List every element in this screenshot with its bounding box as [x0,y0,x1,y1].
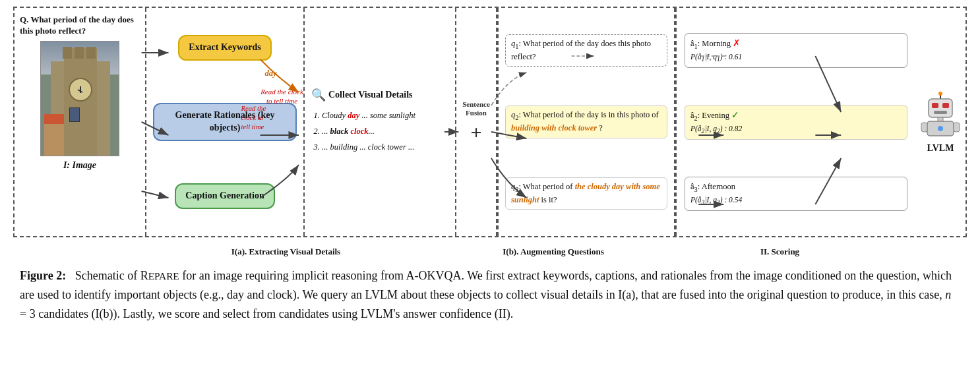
a3-prob: P(â3|I, q3) : 0.54 [690,196,742,204]
collect-item-1: Cloudy day ... some sunlight [322,109,415,122]
panel-fusion: Sentence Fusion + [456,8,496,236]
q1-item: q1: What period of the day does this pho… [505,34,667,67]
repare-label: REPARE [140,269,179,282]
collect-list: Cloudy day ... some sunlight ... black c… [311,109,415,156]
panel-extract: Extract Keywords Generate Rationales (ke… [146,8,305,236]
a2-hat: â2: Evening [690,111,729,120]
a1-box: â1: Morning ✗ P(â1|I, q1) : 0.61 [685,33,907,69]
generate-rationales-box: Generate Rationales (key objects) [153,103,297,141]
diagram: Q. What period of the day does this phot… [13,7,967,237]
section-ia-label: I(a). Extracting Visual Details [148,247,423,257]
svg-rect-10 [954,123,960,132]
question-text: Q. What period of the day does this phot… [20,15,134,36]
extract-keywords-label: Extract Keywords [189,42,260,52]
fusion-plus: + [470,121,481,144]
diagram-wrapper: Q. What period of the day does this phot… [13,7,967,257]
svg-rect-3 [932,103,938,108]
svg-rect-6 [938,117,943,121]
a2-box: â2: Evening ✓ P(â2|I, q2) : 0.82 [685,105,907,140]
image-label: I: Image [63,160,96,171]
q2-highlight: building with clock tower [511,123,597,133]
collect-item-3: ... building ... clock tower ... [322,140,415,154]
a3-box: â3: Afternoon P(â3|I, q3) : 0.54 [685,177,907,212]
svg-rect-4 [942,103,949,108]
panel-scoring: â1: Morning ✗ P(â1|I, q1) : 0.61 â2: Eve… [675,8,915,236]
a3-hat: â3: Afternoon [690,182,735,191]
a1-wrong-icon: ✗ [733,38,741,48]
tower-image [40,41,119,156]
q3-item: q3: What period of the cloudy day with s… [505,177,667,210]
q2-item: q2: What period of the day is in this ph… [505,105,667,138]
robot-container: LVLM [915,8,965,236]
generate-rationales-label: Generate Rationales (key objects) [175,110,275,133]
a1-prob: P(â1|I, q1) : 0.61 [690,53,742,61]
svg-point-8 [938,126,943,131]
q1-text: q1: What period of the day does this pho… [511,39,651,61]
section-ib-label: I(b). Augmenting Questions [464,247,642,257]
lvlm-label: LVLM [927,143,954,154]
keyword-day: day [348,111,359,120]
section-ii-label: II. Scoring [642,247,917,257]
svg-rect-5 [934,111,947,114]
caption-generation-label: Caption Generation [185,191,264,200]
svg-point-1 [938,92,942,96]
q3-highlight: the cloudy day with some sunlight [511,182,660,204]
panel-questions: q1: What period of the day does this pho… [497,8,675,236]
a2-correct-icon: ✓ [731,110,739,120]
keyword-black: black [330,127,349,136]
robot-icon [921,91,960,140]
svg-rect-2 [929,99,952,117]
read-the-text: Read the clock to tell time [260,88,303,105]
n-equals-3: n [945,288,951,301]
read-the-annotation: Read the clock to tell time [257,87,307,106]
question-box: Q. What period of the day does this phot… [20,15,140,37]
keyword-clock: clock [350,127,368,136]
caption-figure-label: Figure 2: [20,269,66,282]
collect-header: 🔍 Collect Visual Details [311,88,413,102]
panel-collect: 🔍 Collect Visual Details Cloudy day ... … [305,8,456,236]
collect-item-2: ... black clock... [322,125,415,138]
extract-keywords-box: Extract Keywords [178,35,271,61]
a2-prob: P(â2|I, q2) : 0.82 [690,125,742,133]
figure-container: Q. What period of the day does this phot… [0,0,980,336]
a1-hat: â1: Morning [690,39,731,48]
magnify-icon: 🔍 [311,88,326,102]
caption: Figure 2: Schematic of REPARE for an ima… [13,266,967,323]
svg-rect-9 [921,123,927,132]
caption-generation-box: Caption Generation [175,183,274,209]
fusion-label: Sentence Fusion [456,100,496,117]
collect-title: Collect Visual Details [328,90,413,100]
panel-left: Q. What period of the day does this phot… [15,8,146,236]
